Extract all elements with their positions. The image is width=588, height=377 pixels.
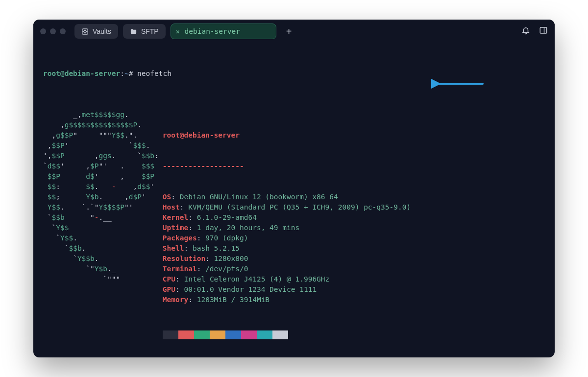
terminal-window: Vaults SFTP ✕ debian-server + root@debia… <box>33 20 555 357</box>
panel-toggle-icon[interactable] <box>539 26 548 37</box>
nf-row: Uptime: 1 day, 20 hours, 49 mins <box>163 223 411 233</box>
terminal-output[interactable]: root@debian-server:~# neofetch _,met$$$$… <box>33 43 555 357</box>
close-tab-icon[interactable]: ✕ <box>176 28 180 35</box>
prompt-host: debian-server <box>65 70 121 77</box>
nf-divider: ------------------- <box>163 162 244 170</box>
close-dot-icon[interactable] <box>40 28 46 34</box>
vaults-label: Vaults <box>93 27 111 35</box>
swatch <box>241 330 257 339</box>
new-tab-button[interactable]: + <box>281 26 297 37</box>
swatch <box>194 330 210 339</box>
vault-icon <box>81 28 89 35</box>
nf-row: Kernel: 6.1.0-29-amd64 <box>163 212 411 223</box>
ascii-logo: _,met$$$$$gg. ,g$$$$$$$$$$$$$$$P. ,g$$P"… <box>43 110 159 284</box>
tab-label: debian-server <box>184 27 240 35</box>
prompt-line: root@debian-server:~# neofetch <box>43 69 545 79</box>
annotation-arrow-icon <box>431 78 485 89</box>
swatch <box>210 330 225 339</box>
notifications-icon[interactable] <box>521 26 530 37</box>
nf-row: GPU: 00:01.0 Vendor 1234 Device 1111 <box>163 284 411 295</box>
nf-heading: root@debian-server <box>163 131 240 139</box>
minimize-dot-icon[interactable] <box>50 28 56 34</box>
swatch <box>257 330 272 339</box>
nf-row: OS: Debian GNU/Linux 12 (bookworm) x86_6… <box>163 192 411 202</box>
swatch <box>178 330 194 339</box>
command-text: neofetch <box>137 70 172 77</box>
titlebar: Vaults SFTP ✕ debian-server + <box>33 20 555 43</box>
prompt-path: ~ <box>124 70 129 77</box>
sftp-button[interactable]: SFTP <box>123 24 166 39</box>
nf-row: Shell: bash 5.2.15 <box>163 243 411 254</box>
svg-rect-6 <box>540 27 547 33</box>
svg-point-1 <box>84 30 86 33</box>
palette-row-top <box>163 330 411 339</box>
nf-row: Resolution: 1280x800 <box>163 254 411 264</box>
folder-icon <box>130 28 137 35</box>
swatch <box>272 330 288 339</box>
nf-row: CPU: Intel Celeron J4125 (4) @ 1.996GHz <box>163 274 411 284</box>
neofetch-info: root@debian-server ------------------- O… <box>159 110 411 357</box>
sftp-label: SFTP <box>141 27 159 35</box>
swatch <box>163 330 178 339</box>
nf-row: Packages: 970 (dpkg) <box>163 233 411 243</box>
tab-active[interactable]: ✕ debian-server <box>171 24 276 39</box>
nf-row: Memory: 1203MiB / 3914MiB <box>163 295 411 305</box>
prompt-user: root <box>43 70 60 77</box>
nf-row: Host: KVM/QEMU (Standard PC (Q35 + ICH9,… <box>163 202 411 212</box>
nf-row: Terminal: /dev/pts/0 <box>163 264 411 274</box>
zoom-dot-icon[interactable] <box>60 28 66 34</box>
traffic-lights[interactable] <box>40 28 66 34</box>
swatch <box>225 330 241 339</box>
vaults-button[interactable]: Vaults <box>74 24 118 39</box>
